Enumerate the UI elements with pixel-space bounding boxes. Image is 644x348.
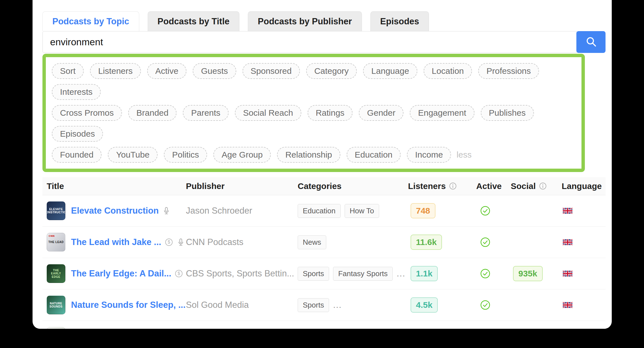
filter-chip-gender[interactable]: Gender (359, 105, 403, 121)
filter-chip-guests[interactable]: Guests (193, 63, 236, 79)
filter-chip-ratings[interactable]: Ratings (308, 105, 353, 121)
filter-chip-interests[interactable]: Interests (52, 84, 101, 100)
filter-chip-relationship[interactable]: Relationship (277, 147, 340, 163)
search-button[interactable] (576, 31, 606, 53)
filter-chip-category[interactable]: Category (306, 63, 357, 79)
svg-text:$: $ (178, 271, 180, 276)
listeners-badge: 1.1k (411, 266, 438, 281)
listeners-badge: 11.6k (411, 235, 442, 250)
show-less-link[interactable]: less (456, 150, 471, 160)
listeners-badge: 748 (411, 203, 435, 218)
column-header-label: Categories (298, 181, 342, 191)
filter-chip-sort[interactable]: Sort (52, 63, 84, 79)
filter-chip-listeners[interactable]: Listeners (90, 63, 141, 79)
publisher-cell: Jason Schroeder (182, 206, 293, 216)
podcast-title-link[interactable]: The Lead with Jake ... (71, 237, 161, 247)
category-tag-how-to: How To (345, 204, 379, 218)
podcast-title-link[interactable]: Elevate Construction (71, 206, 159, 216)
category-tag-education: Education (298, 204, 341, 218)
search-bar (42, 31, 612, 53)
filter-chip-active[interactable]: Active (147, 63, 187, 79)
uk-flag-icon (563, 207, 572, 214)
table-row-the-early-edge-a-dail: THE EARLY EDGEThe Early Edge: A Dail...$… (42, 258, 606, 289)
podcast-cover-art[interactable]: NATURE SOUNDS (47, 296, 65, 314)
active-check-icon (467, 268, 503, 279)
active-cell (467, 237, 503, 247)
cover-label: ELEVATE CONSTRUCTION (47, 207, 65, 215)
filter-chip-episodes[interactable]: Episodes (52, 126, 103, 142)
filter-chip-youtube[interactable]: YouTube (108, 147, 158, 163)
tab-podcasts-by-title[interactable]: Podcasts by Title (148, 11, 239, 31)
filter-chip-social-reach[interactable]: Social Reach (235, 105, 301, 121)
filter-chip-politics[interactable]: Politics (164, 147, 207, 163)
listeners-badge: 4.5k (411, 297, 438, 313)
filter-chip-education[interactable]: Education (347, 147, 401, 163)
column-header-label: Listeners (408, 181, 446, 191)
filter-chip-engagement[interactable]: Engagement (410, 105, 474, 121)
column-header-active: Active (467, 181, 503, 191)
active-cell (467, 206, 503, 216)
column-header-label: Publisher (186, 181, 225, 191)
tab-label: Episodes (380, 16, 419, 27)
table-row-nature-sounds-for-sleep: NATURE SOUNDSNature Sounds for Sleep, ..… (42, 289, 606, 321)
podcast-cover-art[interactable]: The Environment Edge (47, 327, 65, 329)
title-cell: CNNTHE LEADThe Lead with Jake ...$ (42, 233, 182, 252)
dollar-icon: $ (165, 238, 173, 246)
title-cell: The Environment EdgeThe Environment Edge (42, 327, 182, 329)
uk-flag-icon (563, 239, 572, 246)
table-header-row: TitlePublisherCategoriesListenersActiveS… (42, 177, 606, 195)
filter-chip-sponsored[interactable]: Sponsored (242, 63, 300, 79)
publisher-cell: Sol Good Media (182, 300, 293, 310)
listeners-cell: 4.5k (404, 297, 467, 313)
mic-icon (162, 207, 171, 215)
publisher-cell: CNN Podcasts (182, 237, 293, 247)
tab-podcasts-by-topic[interactable]: Podcasts by Topic (42, 11, 139, 31)
publisher-cell: CBS Sports, Sports Bettin... (182, 268, 293, 279)
filter-chip-age-group[interactable]: Age Group (213, 147, 271, 163)
podcast-cover-art[interactable]: ELEVATE CONSTRUCTION (47, 201, 65, 220)
language-cell (554, 239, 606, 246)
filter-chip-founded[interactable]: Founded (52, 147, 102, 163)
language-cell (554, 207, 606, 214)
podcast-search-app: Podcasts by TopicPodcasts by TitlePodcas… (33, 0, 612, 329)
active-cell (467, 300, 503, 310)
cover-label: THE LEAD (48, 240, 64, 244)
filter-chip-location[interactable]: Location (424, 63, 472, 79)
tab-podcasts-by-publisher[interactable]: Podcasts by Publisher (248, 11, 362, 31)
category-tag-fantasy-sports: Fantasy Sports (333, 267, 393, 281)
filter-chip-row: SortListenersActiveGuestsSponsoredCatego… (49, 61, 579, 102)
tab-label: Podcasts by Title (158, 16, 229, 27)
info-icon[interactable] (539, 182, 547, 190)
podcast-title-link[interactable]: The Early Edge: A Dail... (71, 268, 171, 279)
filter-panel: SortListenersActiveGuestsSponsoredCatego… (42, 54, 585, 172)
cover-label: THE EARLY EDGE (47, 268, 65, 279)
tab-episodes[interactable]: Episodes (370, 11, 429, 31)
language-cell (554, 302, 606, 308)
column-header-label: Language (562, 181, 602, 191)
cover-corner-label: CNN (48, 234, 55, 238)
search-input[interactable] (42, 31, 577, 53)
filter-chip-parents[interactable]: Parents (183, 105, 228, 121)
filter-chip-professions[interactable]: Professions (478, 63, 539, 79)
more-categories-ellipsis[interactable]: ... (333, 300, 342, 310)
table-row-the-lead-with-jake: CNNTHE LEADThe Lead with Jake ...$CNN Po… (42, 227, 606, 258)
table-body: ELEVATE CONSTRUCTIONElevate Construction… (42, 195, 606, 329)
category-tag-news: News (298, 235, 326, 249)
column-header-label: Title (47, 181, 64, 191)
podcast-title-link[interactable]: Nature Sounds for Sleep, ... (71, 300, 186, 310)
podcast-cover-art[interactable]: CNNTHE LEAD (47, 233, 65, 252)
filter-chip-branded[interactable]: Branded (128, 105, 177, 121)
listeners-cell: 11.6k (404, 235, 467, 250)
filter-chip-income[interactable]: Income (407, 147, 451, 163)
title-cell: NATURE SOUNDSNature Sounds for Sleep, ..… (42, 296, 182, 314)
column-header-social: Social (503, 181, 554, 191)
info-icon[interactable] (449, 182, 457, 190)
tab-bar: Podcasts by TopicPodcasts by TitlePodcas… (42, 11, 612, 31)
filter-chip-cross-promos[interactable]: Cross Promos (52, 105, 122, 121)
listeners-cell: 748 (404, 203, 467, 218)
filter-chip-row: Cross PromosBrandedParentsSocial ReachRa… (49, 102, 579, 144)
podcast-cover-art[interactable]: THE EARLY EDGE (47, 264, 65, 283)
categories-cell: EducationHow To (293, 204, 404, 218)
filter-chip-language[interactable]: Language (363, 63, 417, 79)
filter-chip-publishes[interactable]: Publishes (481, 105, 534, 121)
